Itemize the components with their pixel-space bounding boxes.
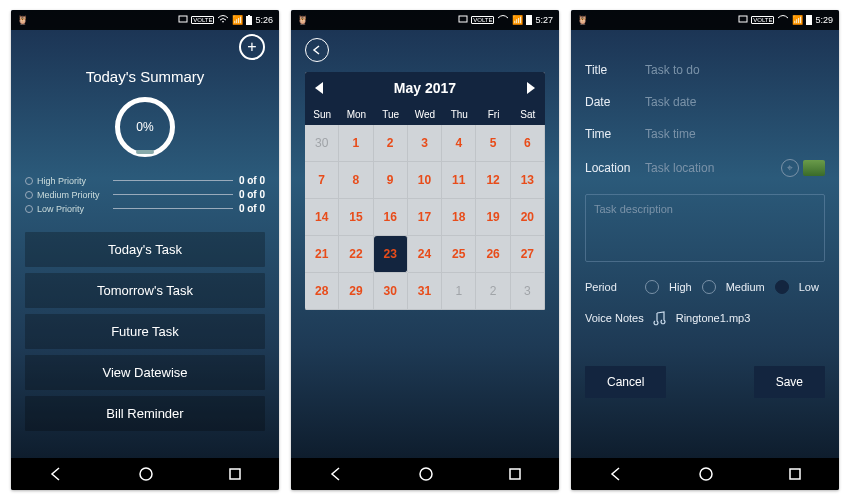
nav-back-icon[interactable] xyxy=(327,465,345,483)
menu-view-datewise[interactable]: View Datewise xyxy=(25,355,265,390)
nav-recent-icon[interactable] xyxy=(227,466,243,482)
cal-day[interactable]: 23 xyxy=(374,236,408,273)
cal-day[interactable]: 8 xyxy=(339,162,373,199)
svg-rect-5 xyxy=(459,16,467,22)
svg-rect-0 xyxy=(179,16,187,22)
cal-day[interactable]: 26 xyxy=(476,236,510,273)
cal-day[interactable]: 18 xyxy=(442,199,476,236)
nav-recent-icon[interactable] xyxy=(507,466,523,482)
cal-day[interactable]: 20 xyxy=(511,199,545,236)
nav-bar xyxy=(291,458,559,490)
field-date[interactable]: Date Task date xyxy=(585,86,825,118)
add-button[interactable]: + xyxy=(239,34,265,60)
wifi-icon xyxy=(777,15,789,25)
cal-day[interactable]: 7 xyxy=(305,162,339,199)
arrow-left-icon xyxy=(311,44,323,56)
cal-day[interactable]: 11 xyxy=(442,162,476,199)
cal-day[interactable]: 1 xyxy=(339,125,373,162)
back-button[interactable] xyxy=(305,38,329,62)
nav-home-icon[interactable] xyxy=(417,465,435,483)
nav-home-icon[interactable] xyxy=(697,465,715,483)
location-pin-icon[interactable]: ⌖ xyxy=(781,159,799,177)
priority-row: High Priority0 of 0 xyxy=(25,175,265,186)
cal-day[interactable]: 12 xyxy=(476,162,510,199)
cal-day[interactable]: 27 xyxy=(511,236,545,273)
nav-recent-icon[interactable] xyxy=(787,466,803,482)
menu-bill-reminder[interactable]: Bill Reminder xyxy=(25,396,265,431)
field-time[interactable]: Time Task time xyxy=(585,118,825,150)
phone-summary: 🦉 VOLTE 📶 5:26 + Today's Summary 0% High… xyxy=(11,10,279,490)
cal-weekday: Wed xyxy=(408,104,442,125)
nav-home-icon[interactable] xyxy=(137,465,155,483)
svg-rect-2 xyxy=(248,15,250,16)
cal-day[interactable]: 10 xyxy=(408,162,442,199)
signal-icon: 📶 xyxy=(512,15,523,25)
cal-day[interactable]: 25 xyxy=(442,236,476,273)
cal-day[interactable]: 5 xyxy=(476,125,510,162)
svg-rect-9 xyxy=(739,16,747,22)
owl-icon: 🦉 xyxy=(17,15,28,25)
cal-day[interactable]: 4 xyxy=(442,125,476,162)
svg-point-7 xyxy=(420,468,432,480)
cal-day[interactable]: 2 xyxy=(476,273,510,310)
cal-day[interactable]: 1 xyxy=(442,273,476,310)
svg-rect-6 xyxy=(526,15,532,25)
svg-rect-1 xyxy=(246,16,252,25)
cal-day[interactable]: 6 xyxy=(511,125,545,162)
cal-day[interactable]: 30 xyxy=(305,125,339,162)
clock-text: 5:29 xyxy=(815,15,833,25)
nav-bar xyxy=(11,458,279,490)
cal-day[interactable]: 22 xyxy=(339,236,373,273)
cal-day[interactable]: 21 xyxy=(305,236,339,273)
field-description[interactable]: Task description xyxy=(585,194,825,262)
signal-icon: 📶 xyxy=(792,15,803,25)
cal-day[interactable]: 24 xyxy=(408,236,442,273)
cal-day[interactable]: 30 xyxy=(374,273,408,310)
cal-day[interactable]: 31 xyxy=(408,273,442,310)
voice-notes-row[interactable]: Voice Notes Ringtone1.mp3 xyxy=(585,310,825,326)
menu-todays-task[interactable]: Today's Task xyxy=(25,232,265,267)
cal-prev-button[interactable] xyxy=(315,82,323,94)
field-title[interactable]: Title Task to do xyxy=(585,54,825,86)
cal-day[interactable]: 16 xyxy=(374,199,408,236)
cast-icon xyxy=(738,15,748,25)
priority-row: Low Priority0 of 0 xyxy=(25,203,265,214)
svg-rect-8 xyxy=(510,469,520,479)
cal-day[interactable]: 14 xyxy=(305,199,339,236)
radio-low[interactable] xyxy=(775,280,789,294)
cal-day[interactable]: 3 xyxy=(408,125,442,162)
radio-high[interactable] xyxy=(645,280,659,294)
cal-day[interactable]: 9 xyxy=(374,162,408,199)
volte-badge: VOLTE xyxy=(471,16,494,24)
cal-day[interactable]: 3 xyxy=(511,273,545,310)
cal-next-button[interactable] xyxy=(527,82,535,94)
radio-medium[interactable] xyxy=(702,280,716,294)
nav-back-icon[interactable] xyxy=(607,465,625,483)
status-bar: 🦉 VOLTE 📶 5:29 xyxy=(571,10,839,30)
cal-day[interactable]: 17 xyxy=(408,199,442,236)
save-button[interactable]: Save xyxy=(754,366,825,398)
cal-day[interactable]: 2 xyxy=(374,125,408,162)
image-thumb-icon[interactable] xyxy=(803,160,825,176)
owl-icon: 🦉 xyxy=(297,15,308,25)
cal-day[interactable]: 28 xyxy=(305,273,339,310)
cal-day[interactable]: 13 xyxy=(511,162,545,199)
cal-day[interactable]: 15 xyxy=(339,199,373,236)
status-bar: 🦉 VOLTE 📶 5:26 xyxy=(11,10,279,30)
wifi-icon xyxy=(217,15,229,25)
owl-icon: 🦉 xyxy=(577,15,588,25)
cal-day[interactable]: 29 xyxy=(339,273,373,310)
cal-weekday: Mon xyxy=(339,104,373,125)
svg-point-11 xyxy=(700,468,712,480)
calendar: May 2017 SunMonTueWedThuFriSat 301234567… xyxy=(305,72,545,310)
cast-icon xyxy=(458,15,468,25)
battery-icon xyxy=(806,15,812,25)
field-location[interactable]: Location Task location ⌖ xyxy=(585,150,825,186)
clock-text: 5:27 xyxy=(535,15,553,25)
nav-back-icon[interactable] xyxy=(47,465,65,483)
cancel-button[interactable]: Cancel xyxy=(585,366,666,398)
menu-future-task[interactable]: Future Task xyxy=(25,314,265,349)
menu-tomorrows-task[interactable]: Tomorrow's Task xyxy=(25,273,265,308)
cast-icon xyxy=(178,15,188,25)
cal-day[interactable]: 19 xyxy=(476,199,510,236)
